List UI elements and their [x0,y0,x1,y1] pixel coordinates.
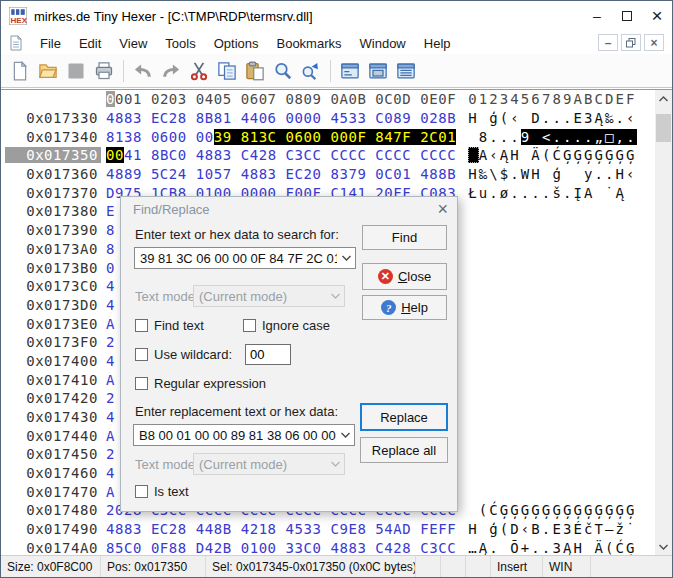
ascii-text-plain[interactable]: 8... [468,129,521,145]
hex-bytes[interactable]: E [106,203,115,219]
hex-bytes-text[interactable]: A [106,372,115,388]
ascii-text-plain[interactable]: Łu.ø....š.ĮA ˙Ą [468,185,636,201]
hex-bytes[interactable]: 2 [106,446,115,462]
open-file-icon[interactable] [36,59,60,83]
menu-item-options[interactable]: Options [205,34,268,53]
replace-combobox[interactable]: B8 00 01 00 00 89 81 38 06 00 00 90 [133,424,355,446]
ascii-text[interactable]: Łu.ø....š.ĮA ˙Ą [468,185,636,201]
hex-bytes[interactable]: 4883 EC28 8B81 4406 0000 4533 C089 028B [106,110,456,126]
ascii-text[interactable]: H ģ(‹ D...E3Ą‰.‹ [468,110,636,126]
hex-bytes-text[interactable]: A [106,484,115,500]
hex-bytes[interactable]: A [106,372,115,388]
replace-all-button[interactable]: Replace all [360,437,448,463]
ascii-text-plain[interactable]: A‹ĄH Ä(ĆĢĢĢĢĢĢĢ [479,147,637,163]
hex-bytes-text[interactable]: A [106,316,115,332]
menu-item-view[interactable]: View [110,34,156,53]
hex-bytes[interactable]: 2 [106,334,115,350]
window-disk-icon[interactable] [366,59,390,83]
hex-bytes[interactable]: 4 [106,409,115,425]
hex-bytes[interactable]: 8 [106,241,115,257]
ignore-case-checkbox[interactable]: Ignore case [243,318,330,333]
hex-bytes[interactable]: 8 [106,222,115,238]
window-list-icon[interactable] [394,59,418,83]
ascii-text-plain[interactable]: (ĆĢĢĢĢĢĢĢĢĢĢĢĢĢ [468,502,636,518]
scrollbar-thumb[interactable] [656,114,671,142]
regular-expression-checkbox[interactable]: Regular expression [135,376,266,391]
hex-bytes-text[interactable]: E [106,203,115,219]
hex-bytes-text[interactable]: 4 [106,465,115,481]
minimize-button[interactable]: – [582,2,612,30]
hex-bytes[interactable]: 0041 8BC0 4883 C428 C3CC CCCC CCCC CCCC [106,147,456,163]
menu-item-help[interactable]: Help [415,34,460,53]
hex-bytes[interactable]: A [106,484,115,500]
menu-item-tools[interactable]: Tools [156,34,204,53]
use-wildcard-checkbox[interactable]: Use wildcard: [135,347,232,362]
hex-bytes-text[interactable]: 4889 5C24 1057 4883 EC20 8379 0C01 488B [106,166,456,182]
hex-bytes-text[interactable]: 8 [106,222,115,238]
find-text-checkbox[interactable]: Find text [135,318,204,333]
find-icon[interactable] [271,59,295,83]
maximize-button[interactable] [612,2,642,30]
hex-bytes[interactable]: 4883 EC28 448B 4218 4533 C9E8 54AD FEFF [106,521,456,537]
ascii-text-plain[interactable]: …Ą. Ō+..3ĄH Ä(ĆĢ [468,540,636,555]
hex-bytes[interactable]: 2 [106,390,115,406]
text-cursor[interactable]: . [468,147,479,163]
checkbox-box[interactable] [135,485,148,498]
menu-item-window[interactable]: Window [351,34,415,53]
hex-bytes-text[interactable]: 2 [106,446,115,462]
hex-bytes[interactable]: A [106,316,115,332]
mdi-close-button[interactable]: × [644,34,664,51]
hex-bytes-text[interactable]: 4883 EC28 8B81 4406 0000 4533 C089 028B [106,110,456,126]
hex-bytes[interactable]: 8138 0600 0039 813C 0600 000F 847F 2C01 [106,129,456,145]
hex-bytes[interactable]: 4 [106,297,115,313]
vertical-scrollbar[interactable] [655,90,672,555]
hex-bytes-selected[interactable]: 00 [106,147,124,163]
replace-button[interactable]: Replace [360,403,448,431]
new-file-icon[interactable] [8,59,32,83]
menu-item-bookmarks[interactable]: Bookmarks [267,34,350,53]
hex-bytes-text[interactable]: 8 [106,241,115,257]
hex-bytes-text[interactable]: 2 [106,390,115,406]
is-text-checkbox[interactable]: Is text [135,484,189,499]
ascii-text-plain[interactable]: H ģ(‹ D...E3Ą‰.‹ [468,110,636,126]
hex-bytes-text[interactable]: 4 [106,297,115,313]
help-button[interactable]: ? Help [362,295,447,320]
hex-bytes-text[interactable]: 4 [106,278,115,294]
hex-bytes[interactable]: 0 [106,260,115,276]
ascii-text[interactable]: H‰\$.WH ģ y..H‹ [468,166,636,182]
wildcard-input[interactable] [245,344,291,365]
hex-bytes[interactable]: 4889 5C24 1057 4883 EC20 8379 0C01 488B [106,166,456,182]
cut-icon[interactable] [187,59,211,83]
hex-bytes-text[interactable]: 4883 EC28 448B 4218 4533 C9E8 54AD FEFF [106,521,456,537]
hex-bytes[interactable]: 85C0 0F88 D42B 0100 33C0 4883 C428 C3CC [106,540,456,555]
checkbox-box[interactable] [135,319,148,332]
hex-bytes-text[interactable]: 2 [106,334,115,350]
hex-bytes[interactable]: 4 [106,353,115,369]
hex-bytes-text[interactable]: A [106,428,115,444]
checkbox-box[interactable] [243,319,256,332]
hex-bytes-text[interactable]: 4 [106,353,115,369]
hex-bytes-text[interactable]: 4 [106,409,115,425]
menu-item-edit[interactable]: Edit [70,34,110,53]
find-next-icon[interactable] [299,59,323,83]
close-dialog-button[interactable]: ✕ Close [362,263,447,290]
search-combobox[interactable]: 39 81 3C 06 00 00 0F 84 7F 2C 01 00 [134,247,356,269]
find-button[interactable]: Find [362,225,447,250]
hex-bytes-text[interactable]: 0 [106,260,115,276]
checkbox-box[interactable] [135,377,148,390]
ascii-text[interactable]: 8...9 <....„□,. [468,129,636,145]
paste-icon[interactable] [243,59,267,83]
copy-icon[interactable] [215,59,239,83]
document-icon[interactable] [9,35,23,51]
scroll-down-icon[interactable] [655,538,672,555]
hex-bytes[interactable]: 4 [106,465,115,481]
hex-bytes-text[interactable]: 8138 0600 00 [106,129,214,145]
hex-bytes-text[interactable]: 85C0 0F88 D42B 0100 33C0 4883 C428 C3CC [106,540,456,555]
close-button[interactable]: × [642,2,672,30]
ascii-text-plain[interactable]: H‰\$.WH ģ y..H‹ [468,166,636,182]
ascii-text-selected[interactable]: 9 <....„□,. [521,129,637,145]
hex-bytes-selected[interactable]: 39 813C 0600 000F 847F 2C01 [214,129,456,145]
menu-item-file[interactable]: File [31,34,70,53]
scroll-up-icon[interactable] [655,90,672,107]
ascii-text[interactable]: (ĆĢĢĢĢĢĢĢĢĢĢĢĢĢ [468,502,636,518]
